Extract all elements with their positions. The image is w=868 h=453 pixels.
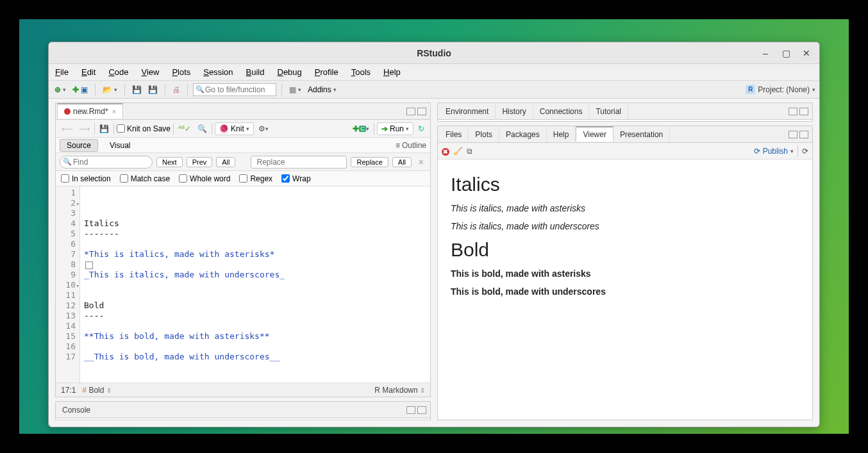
menu-help[interactable]: Help [381,66,403,78]
menu-profile[interactable]: Profile [312,66,341,78]
find-bar: 🔍 Next Prev All Replace All × [56,153,430,171]
code-line[interactable] [84,362,426,372]
section-nav[interactable]: # Bold ⇕ [82,386,111,395]
forward-button[interactable]: ⟶ [77,124,92,134]
tab-help[interactable]: Help [547,128,576,142]
rerun-button[interactable]: ↻ [416,124,426,134]
tab-plots[interactable]: Plots [469,128,499,142]
addins-button[interactable]: Addins ▾ [306,84,338,95]
settings-button[interactable]: ⚙▾ [256,124,271,134]
tab-packages[interactable]: Packages [499,128,547,142]
refresh-viewer-button[interactable]: ⟳ [802,147,808,156]
viewer-pane: Files Plots Packages Help Viewer Present… [437,126,813,420]
goto-file-input[interactable] [193,83,276,96]
maximize-button[interactable]: ▢ [778,45,794,61]
close-button[interactable]: ✕ [799,45,814,61]
pane-max-button[interactable] [417,108,426,115]
close-find-icon[interactable]: × [416,157,426,167]
code-line[interactable]: Bold [84,301,426,311]
clear-viewer-button[interactable]: ✖ [442,147,449,156]
console-max-button[interactable] [417,406,426,414]
code-line[interactable] [84,239,426,249]
regex-checkbox[interactable]: Regex [239,174,272,183]
panes-button[interactable]: ▦▾ [287,84,303,95]
code-line[interactable] [84,259,426,270]
tab-environment[interactable]: Environment [439,104,496,119]
code-line[interactable]: **This is bold, made with asterisks** [84,331,426,342]
save-all-button[interactable]: 💾 [146,84,160,95]
popout-button[interactable]: ⧉ [467,147,472,156]
whole-word-checkbox[interactable]: Whole word [179,174,230,183]
find-all-button[interactable]: All [216,157,235,167]
tab-history[interactable]: History [496,104,533,119]
viewer-max-button[interactable] [799,131,808,138]
broom-button[interactable]: 🧹 [453,147,463,156]
tab-viewer[interactable]: Viewer [576,126,613,142]
code-line[interactable] [84,372,426,383]
file-tab[interactable]: new.Rmd* × [57,103,123,119]
open-file-button[interactable]: 📂▾ [101,84,119,95]
knit-button[interactable]: 🧶Knit▾ [215,122,254,135]
code-line[interactable]: *This is italics, made with asterisks* [84,249,426,259]
save-doc-button[interactable]: 💾 [97,124,111,134]
visual-mode-button[interactable]: Visual [103,140,137,151]
tab-tutorial[interactable]: Tutorial [589,104,628,119]
save-button[interactable]: 💾 [130,84,144,95]
menu-session[interactable]: Session [201,66,235,78]
tab-files[interactable]: Files [439,128,469,142]
code-line[interactable] [84,280,426,290]
close-tab-icon[interactable]: × [112,108,116,115]
run-button[interactable]: ➔Run▾ [377,122,413,135]
replace-input[interactable] [251,156,347,169]
spellcheck-button[interactable]: ᴬᴮ✓ [176,124,193,134]
menu-tools[interactable]: Tools [349,66,373,78]
cursor-icon [85,261,93,269]
code-line[interactable]: Italics [84,218,426,229]
replace-all-button[interactable]: All [392,157,412,167]
code-line[interactable]: __This is bold, made with underscores__ [84,352,426,362]
knit-on-save-checkbox[interactable]: Knit on Save [117,124,171,133]
project-menu[interactable]: R Project: (None) ▾ [746,85,815,94]
source-editor[interactable]: 12▾345678910▾11121314151617 Italics-----… [56,186,430,383]
viewer-min-button[interactable] [789,131,797,138]
pane-min-button[interactable] [406,108,415,115]
menu-build[interactable]: Build [244,66,267,78]
match-case-checkbox[interactable]: Match case [120,174,170,183]
tab-presentation[interactable]: Presentation [613,128,670,142]
menu-code[interactable]: Code [106,66,131,78]
menu-debug[interactable]: Debug [275,66,305,78]
code-line[interactable]: _This is italics, made with underscores_ [84,270,426,280]
find-input[interactable] [60,156,153,169]
console-min-button[interactable] [406,406,415,414]
print-button[interactable]: 🖨 [171,84,182,95]
code-line[interactable] [84,290,426,301]
in-selection-checkbox[interactable]: In selection [61,174,111,183]
menu-edit[interactable]: Edit [79,66,98,78]
source-mode-button[interactable]: Source [60,139,98,152]
source-pane: new.Rmd* × ⟵ ⟶ 💾 [55,103,431,397]
code-line[interactable]: ---- [84,311,426,321]
new-file-button[interactable]: ⊕▾ [53,84,68,95]
wrap-checkbox[interactable]: Wrap [281,174,310,183]
insert-chunk-button[interactable]: ✚C▾ [351,124,371,134]
code-line[interactable]: ------- [84,229,426,239]
tab-connections[interactable]: Connections [533,104,590,119]
outline-button[interactable]: ≡ Outline [396,141,426,150]
new-project-button[interactable]: ✚▣ [71,84,90,95]
back-button[interactable]: ⟵ [60,124,74,134]
replace-button[interactable]: Replace [351,157,388,167]
menu-plots[interactable]: Plots [169,66,193,78]
minimize-button[interactable]: – [758,45,773,61]
env-min-button[interactable] [789,108,797,115]
language-mode[interactable]: R Markdown ⇕ [374,386,425,395]
menu-view[interactable]: View [138,66,162,78]
code-line[interactable] [84,342,426,352]
find-icon: 🔍 [63,158,72,166]
env-max-button[interactable] [799,108,808,115]
publish-button[interactable]: ⟳Publish▾ [754,147,794,156]
find-next-button[interactable]: Next [156,157,183,167]
code-line[interactable] [84,321,426,331]
find-prev-button[interactable]: Prev [187,157,213,167]
find-button[interactable]: 🔍 [196,124,209,134]
menu-file[interactable]: File [53,66,71,78]
